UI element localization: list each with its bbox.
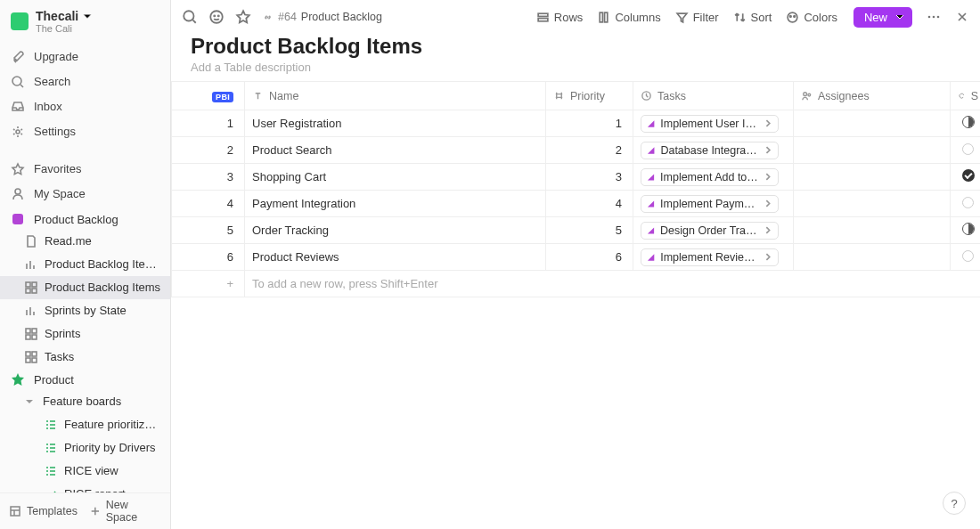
col-priority[interactable]: Priority xyxy=(546,82,633,110)
breadcrumb[interactable]: #64 Product Backlog xyxy=(262,11,382,23)
workspace-switcher[interactable]: Thecali The Cali xyxy=(0,0,170,39)
cell-assignees[interactable] xyxy=(794,191,951,217)
col-assignees[interactable]: Assignees xyxy=(794,82,951,110)
task-chip[interactable]: Implement Review … xyxy=(641,248,779,266)
tree-feature-prioritization[interactable]: Feature prioritiza… xyxy=(0,413,170,436)
nav-upgrade[interactable]: Upgrade xyxy=(0,45,170,69)
cell-assignees[interactable] xyxy=(794,244,951,271)
table-row[interactable]: 6Product Reviews6Implement Review … xyxy=(172,244,981,271)
cell-state[interactable] xyxy=(951,191,981,217)
rows-button[interactable]: Rows xyxy=(533,7,587,28)
task-chip[interactable]: Database Integration xyxy=(641,142,779,159)
cell-state[interactable] xyxy=(951,217,981,244)
tree-tasks[interactable]: Tasks xyxy=(0,346,170,369)
cell-state[interactable] xyxy=(951,110,981,137)
plus-icon: + xyxy=(172,271,245,297)
cell-name[interactable]: Shopping Cart xyxy=(245,164,546,191)
cell-tasks[interactable]: Implement Payment… xyxy=(633,191,794,217)
space-product-backlog[interactable]: Product Backlog xyxy=(0,208,170,230)
cell-tasks[interactable]: Implement User Int… xyxy=(633,110,794,137)
task-chip[interactable]: Design Order Tracki… xyxy=(641,222,779,240)
colors-button[interactable]: Colors xyxy=(782,7,841,28)
link-icon xyxy=(262,12,274,23)
help-button[interactable]: ? xyxy=(943,492,966,515)
filter-button[interactable]: Filter xyxy=(672,7,723,28)
cell-name[interactable]: Product Reviews xyxy=(245,244,546,271)
star-icon xyxy=(11,162,25,176)
cell-tasks[interactable]: Implement Add to C… xyxy=(633,164,794,191)
search-icon[interactable] xyxy=(182,9,198,25)
task-chip[interactable]: Implement Payment… xyxy=(641,195,779,213)
cell-tasks[interactable]: Implement Review … xyxy=(633,244,794,271)
table-row[interactable]: 4Payment Integration4Implement Payment… xyxy=(172,191,981,217)
tree-pbi-table[interactable]: Product Backlog Items xyxy=(0,276,170,299)
tree-rice-report[interactable]: RICE report xyxy=(0,483,170,492)
tree-sprints[interactable]: Sprints xyxy=(0,322,170,346)
sort-button[interactable]: Sort xyxy=(730,7,776,28)
cell-priority[interactable]: 6 xyxy=(546,244,633,271)
col-index[interactable]: PBI xyxy=(172,82,245,110)
emoji-icon[interactable] xyxy=(208,9,225,25)
cell-tasks[interactable]: Design Order Tracki… xyxy=(633,217,794,244)
cell-name[interactable]: Product Search xyxy=(245,137,546,164)
svg-rect-24 xyxy=(605,12,608,22)
cell-state[interactable] xyxy=(951,137,981,164)
col-name[interactable]: Name xyxy=(245,82,546,110)
task-chip[interactable]: Implement Add to C… xyxy=(641,168,779,186)
nav-search[interactable]: Search xyxy=(0,69,170,94)
rows-icon xyxy=(536,11,550,24)
tree-readme[interactable]: Read.me xyxy=(0,230,170,253)
new-button[interactable]: New xyxy=(853,7,912,28)
cell-tasks[interactable]: Database Integration xyxy=(633,137,794,164)
tree-feature-boards[interactable]: Feature boards xyxy=(0,390,170,413)
cell-name[interactable]: Payment Integration xyxy=(245,191,546,217)
search-icon xyxy=(11,75,25,89)
new-space-button[interactable]: New Space xyxy=(90,499,161,524)
tree-sprints-state[interactable]: Sprints by State xyxy=(0,299,170,322)
tree-pbi-chart[interactable]: Product Backlog Item… xyxy=(0,253,170,276)
nav-myspace[interactable]: My Space xyxy=(0,182,170,207)
cell-assignees[interactable] xyxy=(794,217,951,244)
plus-icon xyxy=(90,506,101,517)
columns-button[interactable]: Columns xyxy=(593,7,664,28)
svg-rect-22 xyxy=(538,18,548,20)
table-row[interactable]: 1User Registration1Implement User Int… xyxy=(172,110,981,137)
cell-state[interactable] xyxy=(951,244,981,271)
cell-state[interactable] xyxy=(951,164,981,191)
space-product[interactable]: Product xyxy=(0,369,170,390)
table-row[interactable]: 5Order Tracking5Design Order Tracki… xyxy=(172,217,981,244)
star-icon[interactable] xyxy=(235,9,251,25)
tree-priority-drivers[interactable]: Priority by Drivers xyxy=(0,436,170,460)
cell-priority[interactable]: 1 xyxy=(546,110,633,137)
cell-priority[interactable]: 2 xyxy=(546,137,633,164)
col-tasks[interactable]: Tasks xyxy=(633,82,794,110)
list-icon xyxy=(45,419,57,431)
nav-inbox[interactable]: Inbox xyxy=(0,94,170,119)
description-placeholder[interactable]: Add a Table description xyxy=(191,61,960,74)
table-row[interactable]: 2Product Search2Database Integration xyxy=(172,137,981,164)
cell-priority[interactable]: 4 xyxy=(546,191,633,217)
cell-priority[interactable]: 3 xyxy=(546,164,633,191)
add-row[interactable]: +To add a new row, press Shift+Enter xyxy=(172,271,981,297)
people-icon xyxy=(801,90,813,102)
cell-name[interactable]: Order Tracking xyxy=(245,217,546,244)
cell-name[interactable]: User Registration xyxy=(245,110,546,137)
more-icon[interactable] xyxy=(927,10,941,24)
close-icon[interactable] xyxy=(955,10,969,24)
templates-button[interactable]: Templates xyxy=(9,505,78,517)
table-row[interactable]: 3Shopping Cart3Implement Add to C… xyxy=(172,164,981,191)
task-chip[interactable]: Implement User Int… xyxy=(641,115,779,133)
item-id: #64 xyxy=(278,11,297,23)
col-state[interactable]: S xyxy=(951,82,981,110)
inbox-icon xyxy=(11,100,25,114)
tree-rice-view[interactable]: RICE view xyxy=(0,460,170,483)
nav-favorites[interactable]: Favorites xyxy=(0,157,170,182)
task-label: Database Integration xyxy=(660,144,757,157)
cell-assignees[interactable] xyxy=(794,164,951,191)
cell-assignees[interactable] xyxy=(794,110,951,137)
chevron-right-icon xyxy=(764,252,772,262)
nav-settings[interactable]: Settings xyxy=(0,119,170,144)
cell-priority[interactable]: 5 xyxy=(546,217,633,244)
list-icon xyxy=(45,442,57,454)
cell-assignees[interactable] xyxy=(794,137,951,164)
